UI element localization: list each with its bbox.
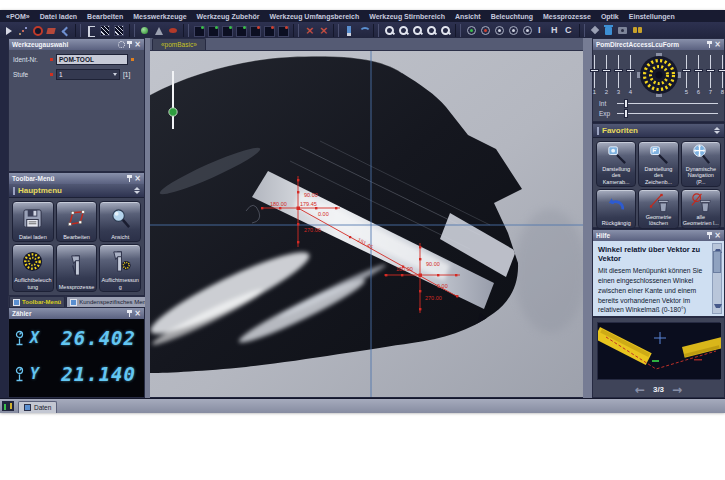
separator[interactable]	[75, 24, 81, 37]
gear-icon[interactable]	[118, 41, 125, 48]
channel-slider[interactable]	[626, 55, 635, 88]
camera-tool-3-icon[interactable]	[221, 24, 233, 37]
cone-tool-icon[interactable]	[153, 24, 165, 37]
archive-icon[interactable]	[631, 24, 643, 37]
pin-icon[interactable]	[707, 232, 712, 239]
rueckgaengig-button[interactable]: Rückgängig	[596, 189, 636, 229]
bearbeiten-button[interactable]: Bearbeiten	[56, 201, 98, 242]
channel-slider[interactable]	[614, 55, 623, 88]
channel-c-icon[interactable]	[563, 24, 575, 37]
channel-h-icon[interactable]	[549, 24, 561, 37]
menu-item[interactable]: Einstellungen	[629, 13, 675, 20]
stufe-select[interactable]: 1	[56, 69, 120, 80]
menu-item[interactable]: Optik	[601, 13, 619, 20]
channel-slider[interactable]	[706, 55, 715, 88]
marker-1-icon[interactable]	[303, 24, 315, 37]
camera-tool-4-icon[interactable]	[235, 24, 247, 37]
menu-item[interactable]: Werkzeug Zubehör	[197, 13, 260, 20]
separator[interactable]	[373, 24, 379, 37]
zoom-selection-icon[interactable]	[425, 24, 437, 37]
hilfe-scrollbar[interactable]	[712, 243, 722, 314]
close-icon[interactable]: ×	[134, 41, 141, 48]
chart-icon[interactable]	[2, 401, 14, 411]
sphere-tool-icon[interactable]	[139, 24, 151, 37]
ansicht-button[interactable]: Ansicht	[99, 201, 141, 242]
auflichtbeleuchtung-button[interactable]: Auflichtbeleuchtung	[12, 244, 54, 292]
auflichtmessung-button[interactable]: Auflichtmessung	[99, 244, 141, 292]
hauptmenu-header[interactable]: Hauptmenu	[9, 184, 144, 198]
marker-2-icon[interactable]	[317, 24, 329, 37]
shape-tool-icon[interactable]	[45, 24, 57, 37]
channel-slider[interactable]	[602, 55, 611, 88]
zero-y-icon[interactable]	[15, 366, 28, 383]
back-chevron-icon[interactable]	[59, 24, 71, 37]
bracket-tool-icon[interactable]	[85, 24, 97, 37]
tab-daten[interactable]: Daten	[18, 401, 57, 413]
close-icon[interactable]: ×	[134, 175, 141, 182]
menu-item[interactable]: Bearbeiten	[87, 13, 123, 20]
separator[interactable]	[129, 24, 135, 37]
dynamische-navigation-button[interactable]: Dynamische Navigation (P...	[681, 141, 721, 187]
close-icon[interactable]: ×	[714, 232, 721, 239]
pin-icon[interactable]	[127, 41, 132, 48]
edge-scan-2-icon[interactable]	[113, 24, 125, 37]
tab-kundenspezifisches-menu[interactable]: Kundenspezifisches Menü	[66, 296, 153, 307]
camera-tool-5-icon[interactable]	[249, 24, 261, 37]
intensity-slider[interactable]	[617, 99, 718, 108]
spinner-icon[interactable]	[134, 187, 140, 194]
light-1-icon[interactable]	[493, 24, 505, 37]
light-3-icon[interactable]	[521, 24, 533, 37]
step-points-icon[interactable]	[17, 24, 29, 37]
next-page-arrow[interactable]: →	[672, 385, 682, 395]
messprozesse-button[interactable]: Messprozesse	[56, 244, 98, 292]
probe-icon[interactable]	[343, 24, 355, 37]
ident-nr-input[interactable]: POM-TOOL	[56, 54, 128, 65]
channel-slider[interactable]	[718, 55, 725, 88]
curve-icon[interactable]	[357, 24, 369, 37]
channel-slider[interactable]	[694, 55, 703, 88]
separator[interactable]	[579, 24, 585, 37]
separator[interactable]	[183, 24, 189, 37]
light-2-icon[interactable]	[507, 24, 519, 37]
menu-item[interactable]: Ansicht	[455, 13, 481, 20]
geometrie-loeschen-button[interactable]: Geometrie löschen	[638, 189, 678, 229]
exposure-slider[interactable]	[617, 109, 718, 118]
pin-icon[interactable]	[127, 310, 132, 317]
separator[interactable]	[293, 24, 299, 37]
zoom-live-icon[interactable]	[439, 24, 451, 37]
ring-light-icon[interactable]	[637, 52, 681, 98]
run-icon[interactable]	[3, 24, 15, 37]
separator[interactable]	[455, 24, 461, 37]
snapshot-icon[interactable]	[617, 24, 629, 37]
target-ring-icon[interactable]	[31, 24, 43, 37]
menu-item[interactable]: Werkzeug Stirnbereich	[369, 13, 445, 20]
tab-toolbar-menu[interactable]: Toolbar-Menü	[9, 296, 65, 307]
menu-item[interactable]: Werkzeug Umfangsbereich	[269, 13, 359, 20]
prev-page-arrow[interactable]: ←	[635, 385, 645, 395]
light-green-icon[interactable]	[465, 24, 477, 37]
datei-laden-button[interactable]: Datei laden	[12, 201, 54, 242]
camera-image[interactable]: 90.00 180.00 179.45 0.00 270.00 90.00 18…	[150, 51, 583, 397]
pin-icon[interactable]	[127, 175, 132, 182]
zoom-in-icon[interactable]	[383, 24, 395, 37]
separator[interactable]	[333, 24, 339, 37]
darstellung-zeichen-button[interactable]: Darstellung des Zeichenb...	[638, 141, 678, 187]
alle-geometrien-loeschen-button[interactable]: alle Geometrien l...	[681, 189, 721, 229]
channel-slider[interactable]	[590, 55, 599, 88]
channel-i-icon[interactable]	[535, 24, 547, 37]
spinner-icon[interactable]	[714, 127, 720, 134]
menu-item[interactable]: Messprozesse	[543, 13, 591, 20]
camera-tool-1-icon[interactable]	[193, 24, 205, 37]
zoom-out-icon[interactable]	[397, 24, 409, 37]
tab-pombasic[interactable]: «pomBasic»	[152, 38, 206, 50]
close-icon[interactable]: ×	[134, 310, 141, 317]
zero-x-icon[interactable]	[15, 330, 28, 347]
menu-item[interactable]: Messwerkzeuge	[133, 13, 186, 20]
diamond-tool-icon[interactable]	[589, 24, 601, 37]
menu-item[interactable]: Datei laden	[40, 13, 77, 20]
edge-scan-icon[interactable]	[99, 24, 111, 37]
delete-blue-icon[interactable]	[603, 24, 615, 37]
menu-item[interactable]: «POM»	[6, 13, 30, 20]
zoom-fit-icon[interactable]	[411, 24, 423, 37]
pin-icon[interactable]	[707, 41, 712, 48]
